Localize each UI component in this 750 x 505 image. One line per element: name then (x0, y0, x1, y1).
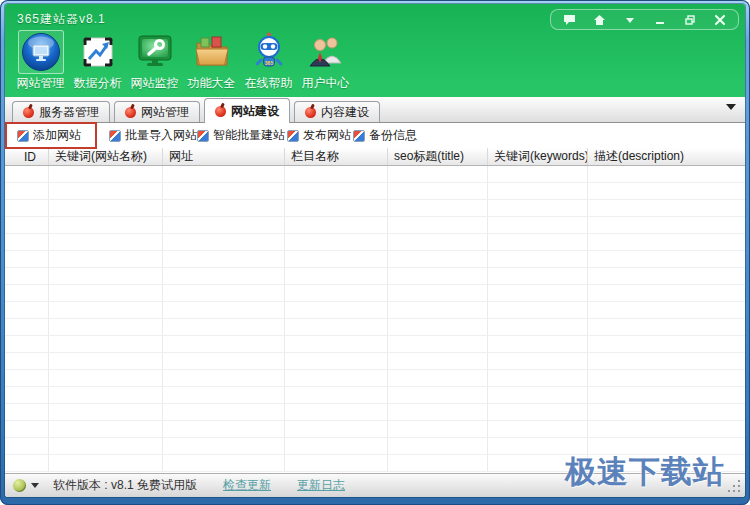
restore-icon[interactable] (683, 14, 696, 25)
add-site-button[interactable]: 添加网站 (17, 127, 81, 144)
action-label: 智能批量建站 (213, 127, 285, 144)
table-cell (285, 421, 388, 437)
table-cell (388, 319, 488, 335)
mascot-icon[interactable] (13, 479, 26, 492)
toolbar-item-site-manage[interactable]: 网站管理 (12, 30, 69, 96)
table-cell (285, 438, 388, 454)
backup-info-button[interactable]: 备份信息 (353, 127, 417, 144)
table-row[interactable] (5, 217, 745, 234)
check-update-link[interactable]: 检查更新 (223, 477, 271, 494)
table-cell (49, 319, 163, 335)
feedback-icon[interactable] (563, 14, 576, 25)
tab-site-manage[interactable]: 网站管理 (114, 101, 200, 122)
table-row[interactable] (5, 404, 745, 421)
table-row[interactable] (5, 183, 745, 200)
table-cell (388, 421, 488, 437)
table-cell (5, 302, 49, 318)
table-body[interactable] (5, 166, 745, 473)
table-cell (163, 353, 285, 369)
table-row[interactable] (5, 166, 745, 183)
title-bar[interactable]: 365建站器v8.1 (5, 4, 745, 30)
menu-dropdown-icon[interactable] (623, 14, 636, 25)
apple-icon (23, 107, 34, 118)
publish-site-button[interactable]: 发布网站 (287, 127, 351, 144)
table-cell (49, 183, 163, 199)
close-icon[interactable] (713, 14, 726, 25)
resize-grip[interactable] (727, 479, 741, 493)
table-cell (488, 285, 588, 301)
table-cell (388, 200, 488, 216)
add-site-icon (17, 130, 29, 142)
toolbar-item-user-center[interactable]: 用户中心 (297, 30, 354, 96)
home-icon[interactable] (593, 14, 606, 25)
table-cell (163, 200, 285, 216)
toolbar-item-features[interactable]: 功能大全 (183, 30, 240, 96)
toolbar-item-online-help[interactable]: 365 在线帮助 (240, 30, 297, 96)
minimize-icon[interactable] (653, 14, 666, 25)
toolbar-item-data-analysis[interactable]: 数据分析 (69, 30, 126, 96)
table-cell (388, 217, 488, 233)
table-row[interactable] (5, 200, 745, 217)
table-cell (163, 217, 285, 233)
table-cell (588, 421, 745, 437)
tab-site-build[interactable]: 网站建设 (204, 98, 290, 123)
table-cell (488, 438, 588, 454)
table-row[interactable] (5, 285, 745, 302)
table-cell (285, 166, 388, 182)
tab-server-manage[interactable]: 服务器管理 (12, 101, 110, 122)
table-cell (285, 404, 388, 420)
site-monitor-wrench-icon (132, 30, 178, 74)
toolbar-item-site-monitor[interactable]: 网站监控 (126, 30, 183, 96)
table-row[interactable] (5, 336, 745, 353)
column-header-url[interactable]: 网址 (163, 148, 285, 165)
batch-import-sites-button[interactable]: 批量导入网站 (109, 127, 197, 144)
status-dropdown-icon[interactable] (31, 483, 39, 488)
table-cell (49, 251, 163, 267)
column-header-keywords[interactable]: 关键词(keywords) (488, 148, 588, 165)
table-row[interactable] (5, 319, 745, 336)
table-cell (285, 183, 388, 199)
table-row[interactable] (5, 302, 745, 319)
update-log-link[interactable]: 更新日志 (297, 477, 345, 494)
smart-batch-build-button[interactable]: 智能批量建站 (197, 127, 285, 144)
action-label: 添加网站 (33, 127, 81, 144)
table-cell (488, 421, 588, 437)
table-row[interactable] (5, 455, 745, 472)
table-cell (285, 319, 388, 335)
table-cell (49, 166, 163, 182)
table-cell (388, 353, 488, 369)
table-row[interactable] (5, 421, 745, 438)
column-header-keyword[interactable]: 关键词(网站名称) (49, 148, 163, 165)
table-row[interactable] (5, 370, 745, 387)
data-analysis-chart-icon (75, 30, 121, 74)
table-cell (488, 217, 588, 233)
table-cell (588, 217, 745, 233)
column-header-id[interactable]: ID (5, 148, 49, 165)
table-cell (163, 285, 285, 301)
column-header-seo-title[interactable]: seo标题(title) (388, 148, 488, 165)
table-cell (49, 217, 163, 233)
table-cell (588, 268, 745, 284)
table-row[interactable] (5, 387, 745, 404)
tab-content-build[interactable]: 内容建设 (294, 101, 380, 122)
table-row[interactable] (5, 234, 745, 251)
table-cell (5, 455, 49, 471)
table-row[interactable] (5, 268, 745, 285)
table-row[interactable] (5, 251, 745, 268)
tab-label: 内容建设 (321, 104, 369, 121)
table-cell (285, 302, 388, 318)
table-row[interactable] (5, 438, 745, 455)
table-cell (285, 387, 388, 403)
table-cell (49, 387, 163, 403)
tab-overflow-icon[interactable] (726, 104, 736, 110)
column-header-category[interactable]: 栏目名称 (285, 148, 388, 165)
table-cell (163, 336, 285, 352)
table-cell (49, 370, 163, 386)
table-cell (49, 285, 163, 301)
table-row[interactable] (5, 353, 745, 370)
user-center-people-icon (303, 30, 349, 74)
table-cell (285, 370, 388, 386)
column-header-description[interactable]: 描述(description) (588, 148, 745, 165)
table-cell (588, 455, 745, 471)
table-cell (588, 302, 745, 318)
